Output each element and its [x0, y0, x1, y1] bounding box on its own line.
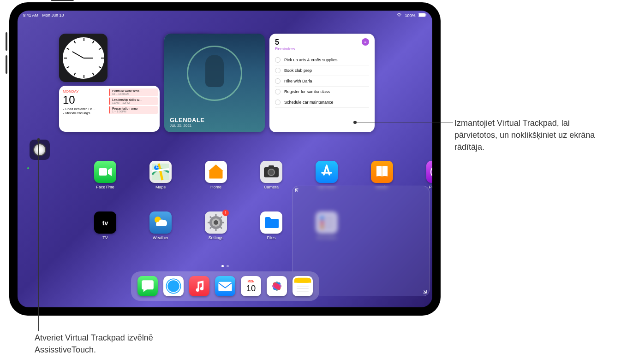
svg-rect-2 — [426, 14, 427, 16]
app-label: TV — [102, 235, 108, 240]
photo-memory-title: GLENDALE — [170, 117, 205, 123]
photo-memory-date: JUL 25, 2021 — [170, 123, 205, 128]
svg-text:MON: MON — [247, 280, 254, 283]
reminder-label: Pick up arts & crafts supplies — [284, 58, 338, 62]
svg-line-21 — [210, 217, 211, 218]
app-maps[interactable]: Maps — [133, 161, 188, 211]
app-camera[interactable]: Camera — [244, 161, 299, 211]
reminder-item[interactable]: Hike with Darla — [275, 76, 369, 87]
app-home[interactable]: Home — [188, 161, 244, 211]
calendar-event: Chad Benjamin Po… — [63, 107, 104, 111]
calendar-day-label: MONDAY — [63, 89, 104, 94]
svg-rect-3 — [99, 168, 107, 176]
status-bar: 9:41 AM Mon Jun 10 100% — [18, 11, 432, 20]
camera-icon — [260, 161, 282, 183]
page-dot — [227, 265, 229, 267]
photo-person-icon — [205, 55, 224, 87]
app-weather[interactable]: Weather — [133, 211, 188, 262]
dock-app-calendar[interactable]: MON10 — [241, 276, 261, 296]
reminder-item[interactable]: Schedule car maintenance — [275, 97, 369, 108]
widget-stack: MONDAY 10 Chad Benjamin Po… Melody Cheun… — [59, 34, 375, 132]
svg-rect-7 — [269, 165, 274, 168]
app-facetime[interactable]: FaceTime — [78, 161, 133, 211]
reminder-checkbox[interactable] — [275, 68, 281, 73]
svg-line-22 — [221, 227, 222, 229]
svg-text:10: 10 — [246, 283, 255, 293]
clock-face-icon — [63, 37, 104, 79]
status-time: 9:41 AM — [23, 13, 38, 18]
reminder-checkbox[interactable] — [275, 89, 281, 94]
weather-icon — [149, 211, 172, 234]
photos-widget[interactable]: GLENDALE JUL 25, 2021 — [164, 34, 265, 132]
wifi-icon — [396, 13, 403, 18]
calendar-day-number: 10 — [63, 94, 104, 106]
svg-rect-48 — [294, 281, 311, 283]
home-screen[interactable]: 9:41 AM Mon Jun 10 100% — [18, 11, 432, 307]
dock-app-messages[interactable] — [137, 276, 158, 296]
app-label: FaceTime — [96, 185, 114, 189]
assistivetouch-icon — [33, 143, 46, 156]
reminders-count: 5 — [275, 38, 295, 47]
app-label: Home — [210, 185, 221, 189]
facetime-icon — [94, 161, 116, 183]
svg-rect-34 — [218, 282, 232, 291]
reminders-widget[interactable]: 5 Reminders ≡ Pick up arts & crafts supp… — [269, 34, 375, 132]
calendar-slot: Leadership skills w… 11AM – 12PM — [109, 97, 158, 105]
dock-app-notes[interactable] — [293, 276, 313, 296]
pointer-cursor-icon — [27, 167, 29, 169]
volume-down-button — [6, 55, 7, 74]
battery-full-icon — [418, 13, 427, 18]
reminder-label: Register for samba class — [284, 89, 330, 94]
page-indicator[interactable] — [221, 265, 229, 267]
files-icon — [260, 211, 282, 234]
reminder-checkbox[interactable] — [275, 100, 281, 105]
notification-badge: 1 — [222, 210, 229, 216]
app-label: Files — [267, 235, 275, 240]
reminder-item[interactable]: Register for samba class — [275, 87, 369, 97]
dock-app-music[interactable] — [189, 276, 209, 296]
clock-widget[interactable] — [59, 34, 107, 82]
dock-app-photos[interactable] — [267, 276, 287, 296]
reminder-item[interactable]: Book club prep — [275, 65, 369, 76]
books-icon — [371, 161, 393, 183]
app-label: Settings — [209, 235, 224, 240]
calendar-widget[interactable]: MONDAY 10 Chad Benjamin Po… Melody Cheun… — [59, 86, 160, 132]
calendar-slot: Portfolio work sess… 10 – 10:30AM — [109, 88, 158, 96]
maps-icon — [149, 161, 172, 183]
expand-arrow-icon[interactable] — [294, 188, 301, 194]
calendar-event: Melody Cheung's… — [63, 112, 104, 115]
svg-line-23 — [221, 217, 222, 218]
dock-app-mail[interactable] — [215, 276, 235, 296]
tv-icon: tv — [94, 211, 116, 234]
battery-percent: 100% — [405, 13, 415, 18]
app-files[interactable]: Files — [244, 211, 299, 262]
app-label: Weather — [153, 235, 168, 240]
app-label: Podcasts — [429, 185, 432, 189]
reminder-checkbox[interactable] — [275, 78, 281, 84]
dock-app-safari[interactable] — [163, 276, 184, 296]
calendar-slot: Presentation prep 1 – 1:30PM — [109, 106, 158, 114]
expand-arrow-icon[interactable] — [421, 288, 427, 294]
status-date: Mon Jun 10 — [42, 13, 64, 18]
callout-text-trackpad: Izmantojiet Virtual Trackpad, lai pārvie… — [454, 117, 611, 153]
svg-point-16 — [214, 220, 218, 225]
assistivetouch-button[interactable] — [30, 140, 50, 160]
svg-rect-1 — [419, 13, 425, 17]
list-bullet-icon[interactable]: ≡ — [362, 38, 369, 46]
settings-icon: 1 — [205, 211, 227, 234]
app-tv[interactable]: tvTV — [78, 211, 133, 262]
reminders-title: Reminders — [275, 47, 295, 51]
reminder-checkbox[interactable] — [275, 57, 281, 63]
svg-point-9 — [431, 165, 432, 178]
power-button — [51, 0, 74, 1]
volume-up-button — [6, 32, 7, 51]
reminder-label: Schedule car maintenance — [284, 100, 334, 105]
app-settings[interactable]: 1Settings — [188, 211, 244, 262]
svg-text:tv: tv — [102, 219, 108, 227]
home-icon — [205, 161, 227, 183]
appstore-icon — [316, 161, 338, 183]
ipad-frame: 9:41 AM Mon Jun 10 100% — [9, 2, 441, 316]
app-label: Camera — [264, 185, 279, 189]
reminder-item[interactable]: Pick up arts & crafts supplies — [275, 55, 369, 65]
callout-text-assistivetouch: Atveriet Virtual Trackpad izvēlnē Assiss… — [35, 332, 182, 356]
